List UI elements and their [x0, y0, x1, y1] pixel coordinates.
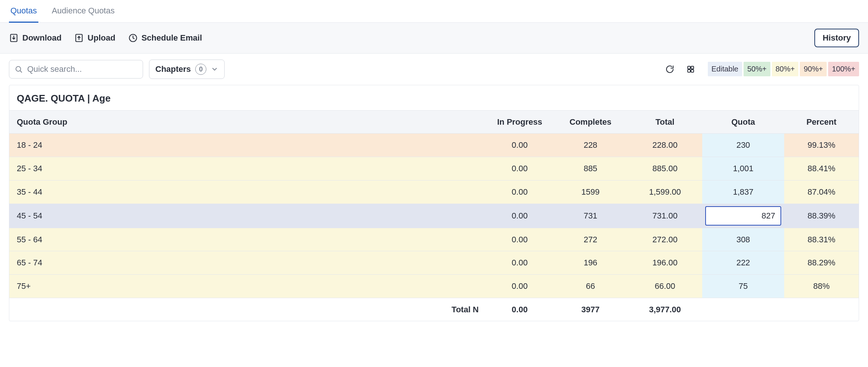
table-row[interactable]: 75+0.006666.007588% [9, 274, 859, 298]
chevron-down-icon [211, 66, 218, 73]
column-header-completes[interactable]: Completes [553, 110, 628, 134]
cell-percent: 88.41% [784, 157, 859, 181]
cell-quota[interactable] [702, 204, 784, 228]
table-footer-row: Total N 0.00 3977 3,977.00 [9, 298, 859, 321]
svg-rect-8 [691, 66, 694, 69]
cell-completes: 66 [553, 274, 628, 298]
column-header-total[interactable]: Total [628, 110, 702, 134]
cell-in-progress: 0.00 [486, 274, 553, 298]
refresh-icon [665, 65, 674, 74]
cell-percent: 88.39% [784, 204, 859, 228]
cell-completes: 196 [553, 251, 628, 275]
search-icon [15, 65, 23, 73]
table-row[interactable]: 25 - 340.00885885.001,00188.41% [9, 157, 859, 181]
download-button[interactable]: Download [9, 32, 61, 44]
chapters-dropdown[interactable]: Chapters 0 [149, 60, 225, 79]
cell-completes: 272 [553, 228, 628, 251]
tab-audience-quotas[interactable]: Audience Quotas [50, 0, 116, 23]
grid-view-button[interactable] [683, 62, 698, 77]
history-button[interactable]: History [814, 29, 859, 47]
cell-total: 1,599.00 [628, 180, 702, 204]
column-header-percent[interactable]: Percent [784, 110, 859, 134]
table-row[interactable]: 45 - 540.00731731.0088.39% [9, 204, 859, 228]
cell-percent: 88.31% [784, 228, 859, 251]
cell-in-progress: 0.00 [486, 157, 553, 181]
search-input[interactable] [26, 64, 137, 74]
cell-total: 66.00 [628, 274, 702, 298]
quota-input[interactable] [705, 206, 781, 226]
svg-rect-9 [688, 70, 690, 72]
cell-group: 35 - 44 [9, 180, 486, 204]
cell-quota[interactable]: 1,001 [702, 157, 784, 181]
cell-quota[interactable]: 1,837 [702, 180, 784, 204]
cell-quota[interactable]: 222 [702, 251, 784, 275]
column-header-in-progress[interactable]: In Progress [486, 110, 553, 134]
footer-completes: 3977 [553, 298, 628, 321]
cell-total: 196.00 [628, 251, 702, 275]
cell-in-progress: 0.00 [486, 228, 553, 251]
cell-in-progress: 0.00 [486, 180, 553, 204]
cell-percent: 99.13% [784, 134, 859, 157]
cell-completes: 228 [553, 134, 628, 157]
cell-group: 25 - 34 [9, 157, 486, 181]
grid-icon [686, 65, 695, 74]
cell-quota[interactable]: 308 [702, 228, 784, 251]
table-row[interactable]: 55 - 640.00272272.0030888.31% [9, 228, 859, 251]
footer-percent [784, 298, 859, 321]
cell-total: 731.00 [628, 204, 702, 228]
percent-legend: Editable 50%+ 80%+ 90%+ 100%+ [708, 62, 859, 76]
cell-percent: 88.29% [784, 251, 859, 275]
upload-label: Upload [88, 32, 115, 44]
svg-rect-10 [691, 70, 694, 72]
cell-group: 65 - 74 [9, 251, 486, 275]
schedule-email-label: Schedule Email [142, 32, 202, 44]
tab-quotas[interactable]: Quotas [9, 0, 38, 23]
svg-line-6 [20, 71, 22, 72]
legend-100: 100%+ [828, 62, 859, 76]
panel-title: QAGE. QUOTA | Age [9, 85, 859, 110]
footer-total: 3,977.00 [628, 298, 702, 321]
legend-50: 50%+ [744, 62, 770, 76]
legend-90: 90%+ [800, 62, 827, 76]
column-header-quota[interactable]: Quota [702, 110, 784, 134]
table-row[interactable]: 65 - 740.00196196.0022288.29% [9, 251, 859, 275]
cell-percent: 88% [784, 274, 859, 298]
download-label: Download [22, 32, 61, 44]
download-icon [9, 33, 19, 43]
chapters-count-badge: 0 [195, 64, 206, 75]
table-row[interactable]: 35 - 440.0015991,599.001,83787.04% [9, 180, 859, 204]
cell-total: 272.00 [628, 228, 702, 251]
footer-in-progress: 0.00 [486, 298, 553, 321]
cell-quota[interactable]: 230 [702, 134, 784, 157]
cell-completes: 885 [553, 157, 628, 181]
chapters-label: Chapters [155, 64, 191, 75]
clock-icon [128, 33, 138, 43]
svg-point-5 [16, 66, 21, 71]
quota-panel: QAGE. QUOTA | Age Quota Group In Progres… [9, 85, 859, 322]
legend-editable: Editable [708, 62, 742, 76]
footer-quota [702, 298, 784, 321]
footer-label: Total N [9, 298, 486, 321]
cell-completes: 1599 [553, 180, 628, 204]
cell-percent: 87.04% [784, 180, 859, 204]
cell-group: 55 - 64 [9, 228, 486, 251]
cell-group: 75+ [9, 274, 486, 298]
tabs: Quotas Audience Quotas [0, 0, 868, 23]
cell-quota[interactable]: 75 [702, 274, 784, 298]
refresh-button[interactable] [662, 62, 677, 77]
schedule-email-button[interactable]: Schedule Email [128, 32, 202, 44]
table-row[interactable]: 18 - 240.00228228.0023099.13% [9, 134, 859, 157]
upload-icon [74, 33, 84, 43]
legend-80: 80%+ [772, 62, 799, 76]
search-wrap [9, 60, 143, 79]
table-header-row: Quota Group In Progress Completes Total … [9, 110, 859, 134]
cell-total: 885.00 [628, 157, 702, 181]
cell-group: 18 - 24 [9, 134, 486, 157]
cell-completes: 731 [553, 204, 628, 228]
upload-button[interactable]: Upload [74, 32, 115, 44]
filter-bar: Chapters 0 Editable 50%+ [0, 54, 868, 85]
cell-group: 45 - 54 [9, 204, 486, 228]
action-toolbar: Download Upload Schedule Email History [0, 23, 868, 54]
column-header-group[interactable]: Quota Group [9, 110, 486, 134]
cell-in-progress: 0.00 [486, 204, 553, 228]
